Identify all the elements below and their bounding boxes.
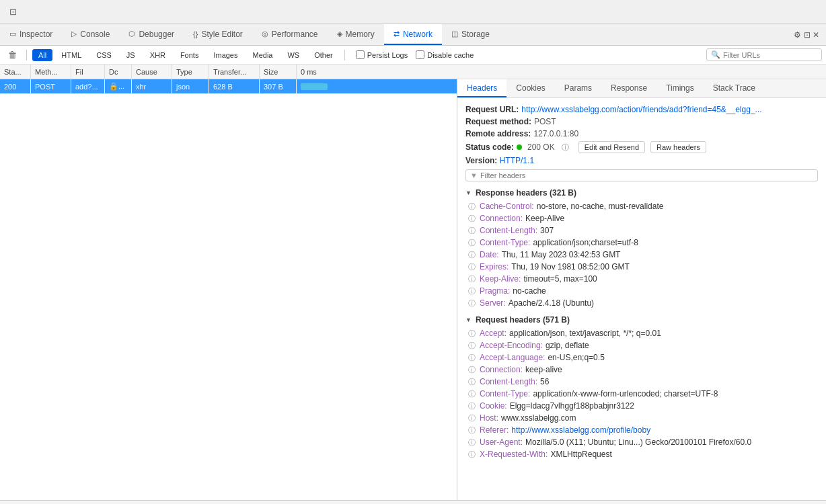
- response-headers-section[interactable]: Response headers (321 B): [465, 188, 818, 198]
- help-icon[interactable]: ⓘ: [468, 437, 476, 448]
- dock-toggle-button[interactable]: ⊡: [5, 4, 21, 19]
- tab-console[interactable]: ▷ Console: [62, 24, 119, 45]
- disable-cache-checkbox[interactable]: Disable cache: [416, 50, 474, 59]
- tab-memory[interactable]: ◈ Memory: [328, 24, 384, 45]
- tab-performance[interactable]: ◎ Performance: [252, 24, 328, 45]
- status-bar: ↺ One request 307 B / 628 B transferred …: [0, 500, 826, 504]
- filter-type-js[interactable]: JS: [120, 49, 141, 61]
- request-headers-section[interactable]: Request headers (571 B): [465, 315, 818, 325]
- request-header-item: ⓘUser-Agent: Mozilla/5.0 (X11; Ubuntu; L…: [465, 437, 818, 448]
- filter-headers-box: ▼: [465, 169, 818, 181]
- version-label: Version:: [465, 156, 497, 165]
- header-key: Accept-Language:: [480, 353, 545, 363]
- col-header-type[interactable]: Type: [172, 65, 209, 79]
- edit-resend-button[interactable]: Edit and Resend: [578, 141, 645, 153]
- help-icon[interactable]: ⓘ: [468, 238, 476, 248]
- header-key: Content-Length:: [480, 226, 537, 236]
- network-icon: ⇄: [393, 30, 400, 38]
- raw-headers-button[interactable]: Raw headers: [650, 141, 706, 153]
- remote-address-row: Remote address: 127.0.0.1:80: [465, 129, 818, 138]
- panel-tab-params[interactable]: Params: [555, 79, 601, 97]
- help-icon[interactable]: ⓘ: [468, 329, 476, 339]
- right-panel: HeadersCookiesParamsResponseTimingsStack…: [457, 79, 826, 500]
- filter-urls-input[interactable]: [723, 51, 817, 59]
- help-icon[interactable]: ⓘ: [562, 142, 569, 153]
- help-icon[interactable]: ⓘ: [468, 226, 476, 236]
- help-icon[interactable]: ⓘ: [468, 425, 476, 435]
- tab-debugger[interactable]: ⬡ Debugger: [119, 24, 184, 45]
- header-value: Mozilla/5.0 (X11; Ubuntu; Linu...) Gecko…: [525, 437, 751, 448]
- panel-tab-stack-trace[interactable]: Stack Trace: [704, 79, 765, 97]
- filter-type-other[interactable]: Other: [308, 49, 339, 61]
- help-icon[interactable]: ⓘ: [468, 377, 476, 387]
- request-header-item: ⓘCookie: Elgg=ldacg7vlhggf188pbabjnr3122: [465, 401, 818, 411]
- header-key: Pragma:: [480, 286, 510, 296]
- response-header-item: ⓘExpires: Thu, 19 Nov 1981 08:52:00 GMT: [465, 262, 818, 272]
- panel-tab-headers[interactable]: Headers: [457, 79, 506, 97]
- filter-type-xhr[interactable]: XHR: [144, 49, 172, 61]
- help-icon[interactable]: ⓘ: [468, 298, 476, 308]
- persist-logs-checkbox[interactable]: Persist Logs: [356, 50, 408, 59]
- header-value: Apache/2.4.18 (Ubuntu): [509, 298, 594, 308]
- filter-bar: 🗑AllHTMLCSSJSXHRFontsImagesMediaWSOther …: [0, 46, 826, 65]
- header-key: Cache-Control:: [480, 202, 534, 212]
- help-icon[interactable]: ⓘ: [468, 365, 476, 375]
- filter-type-media[interactable]: Media: [246, 49, 278, 61]
- storage-icon: ◫: [451, 30, 458, 38]
- tab-network[interactable]: ⇄ Network: [384, 24, 442, 45]
- help-icon[interactable]: ⓘ: [468, 250, 476, 260]
- col-header-timing[interactable]: 0 ms: [297, 65, 826, 79]
- col-header-domain[interactable]: Dc: [105, 65, 132, 79]
- panel-tab-cookies[interactable]: Cookies: [506, 79, 554, 97]
- request-header-item: ⓘX-Requested-With: XMLHttpRequest: [465, 450, 818, 460]
- filter-type-fonts[interactable]: Fonts: [174, 49, 205, 61]
- response-header-item: ⓘContent-Type: application/json;charset=…: [465, 238, 818, 248]
- header-value: keep-alive: [525, 365, 562, 375]
- help-icon[interactable]: ⓘ: [468, 341, 476, 351]
- help-icon[interactable]: ⓘ: [468, 286, 476, 296]
- header-value: no-store, no-cache, must-revalidate: [537, 202, 664, 212]
- filter-type-images[interactable]: Images: [207, 49, 243, 61]
- header-key: Server:: [480, 298, 506, 308]
- col-header-status[interactable]: Sta...: [0, 65, 31, 79]
- col-header-method[interactable]: Meth...: [31, 65, 71, 79]
- tab-settings[interactable]: ⚙ ⊡ ✕: [787, 30, 826, 40]
- filter-type-ws[interactable]: WS: [281, 49, 305, 61]
- header-key: Connection:: [480, 365, 523, 375]
- response-header-item: ⓘConnection: Keep-Alive: [465, 214, 818, 224]
- col-header-transferred[interactable]: Transfer...: [209, 65, 260, 79]
- help-icon[interactable]: ⓘ: [468, 389, 476, 399]
- tab-storage[interactable]: ◫ Storage: [442, 24, 499, 45]
- col-header-size[interactable]: Size: [260, 65, 297, 79]
- header-value: no-cache: [513, 286, 546, 296]
- col-header-file[interactable]: Fil: [71, 65, 105, 79]
- filter-type-css[interactable]: CSS: [90, 49, 118, 61]
- tab-inspector[interactable]: ▭ Inspector: [0, 24, 62, 45]
- header-key: User-Agent:: [480, 437, 523, 448]
- help-icon[interactable]: ⓘ: [468, 214, 476, 224]
- header-value: application/json;charset=utf-8: [533, 238, 638, 248]
- clear-requests-button[interactable]: 🗑: [4, 47, 21, 62]
- help-icon[interactable]: ⓘ: [468, 262, 476, 272]
- header-key: Connection:: [480, 214, 523, 224]
- help-icon[interactable]: ⓘ: [468, 274, 476, 284]
- request-header-item: ⓘHost: www.xsslabelgg.com: [465, 413, 818, 423]
- panel-tab-timings[interactable]: Timings: [656, 79, 704, 97]
- filter-headers-input[interactable]: [480, 171, 813, 179]
- request-header-item: ⓘContent-Type: application/x-www-form-ur…: [465, 389, 818, 399]
- col-header-cause[interactable]: Cause: [132, 65, 172, 79]
- panel-tab-response[interactable]: Response: [601, 79, 656, 97]
- tab-style-editor[interactable]: {} Style Editor: [184, 24, 252, 45]
- help-icon[interactable]: ⓘ: [468, 353, 476, 363]
- help-icon[interactable]: ⓘ: [468, 413, 476, 423]
- header-key: Accept:: [480, 329, 506, 339]
- help-icon[interactable]: ⓘ: [468, 450, 476, 460]
- filter-type-all[interactable]: All: [32, 49, 52, 61]
- header-key: Date:: [480, 250, 499, 260]
- response-header-item: ⓘPragma: no-cache: [465, 286, 818, 296]
- help-icon[interactable]: ⓘ: [468, 202, 476, 212]
- table-row[interactable]: 200POSTadd?...🔒...xhrjson628 B307 B: [0, 79, 457, 94]
- help-icon[interactable]: ⓘ: [468, 401, 476, 411]
- filter-type-html[interactable]: HTML: [55, 49, 87, 61]
- request-method-label: Request method:: [465, 117, 531, 126]
